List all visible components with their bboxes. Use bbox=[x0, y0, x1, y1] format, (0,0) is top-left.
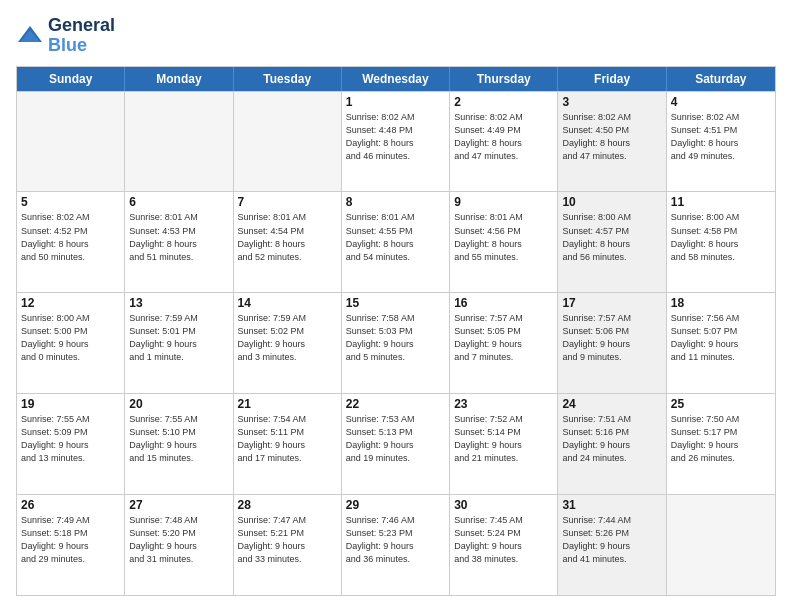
day-info: Sunrise: 8:01 AM Sunset: 4:56 PM Dayligh… bbox=[454, 211, 553, 263]
empty-cell bbox=[234, 92, 342, 192]
day-cell-29: 29Sunrise: 7:46 AM Sunset: 5:23 PM Dayli… bbox=[342, 495, 450, 595]
day-info: Sunrise: 8:02 AM Sunset: 4:48 PM Dayligh… bbox=[346, 111, 445, 163]
day-number: 24 bbox=[562, 397, 661, 411]
day-of-week-tuesday: Tuesday bbox=[234, 67, 342, 91]
day-number: 25 bbox=[671, 397, 771, 411]
empty-cell bbox=[125, 92, 233, 192]
calendar-row-1: 5Sunrise: 8:02 AM Sunset: 4:52 PM Daylig… bbox=[17, 191, 775, 292]
day-cell-17: 17Sunrise: 7:57 AM Sunset: 5:06 PM Dayli… bbox=[558, 293, 666, 393]
day-info: Sunrise: 7:44 AM Sunset: 5:26 PM Dayligh… bbox=[562, 514, 661, 566]
day-info: Sunrise: 8:02 AM Sunset: 4:52 PM Dayligh… bbox=[21, 211, 120, 263]
day-info: Sunrise: 7:49 AM Sunset: 5:18 PM Dayligh… bbox=[21, 514, 120, 566]
calendar-row-3: 19Sunrise: 7:55 AM Sunset: 5:09 PM Dayli… bbox=[17, 393, 775, 494]
empty-cell bbox=[667, 495, 775, 595]
day-number: 7 bbox=[238, 195, 337, 209]
day-info: Sunrise: 7:47 AM Sunset: 5:21 PM Dayligh… bbox=[238, 514, 337, 566]
header: General Blue bbox=[16, 16, 776, 56]
day-cell-19: 19Sunrise: 7:55 AM Sunset: 5:09 PM Dayli… bbox=[17, 394, 125, 494]
day-number: 21 bbox=[238, 397, 337, 411]
day-info: Sunrise: 7:50 AM Sunset: 5:17 PM Dayligh… bbox=[671, 413, 771, 465]
day-cell-27: 27Sunrise: 7:48 AM Sunset: 5:20 PM Dayli… bbox=[125, 495, 233, 595]
day-cell-6: 6Sunrise: 8:01 AM Sunset: 4:53 PM Daylig… bbox=[125, 192, 233, 292]
day-number: 22 bbox=[346, 397, 445, 411]
logo-text: General Blue bbox=[48, 16, 115, 56]
day-number: 10 bbox=[562, 195, 661, 209]
day-number: 6 bbox=[129, 195, 228, 209]
day-info: Sunrise: 7:55 AM Sunset: 5:10 PM Dayligh… bbox=[129, 413, 228, 465]
day-cell-8: 8Sunrise: 8:01 AM Sunset: 4:55 PM Daylig… bbox=[342, 192, 450, 292]
day-number: 18 bbox=[671, 296, 771, 310]
day-info: Sunrise: 8:00 AM Sunset: 5:00 PM Dayligh… bbox=[21, 312, 120, 364]
day-cell-18: 18Sunrise: 7:56 AM Sunset: 5:07 PM Dayli… bbox=[667, 293, 775, 393]
day-number: 11 bbox=[671, 195, 771, 209]
day-cell-2: 2Sunrise: 8:02 AM Sunset: 4:49 PM Daylig… bbox=[450, 92, 558, 192]
day-number: 19 bbox=[21, 397, 120, 411]
day-cell-10: 10Sunrise: 8:00 AM Sunset: 4:57 PM Dayli… bbox=[558, 192, 666, 292]
day-cell-1: 1Sunrise: 8:02 AM Sunset: 4:48 PM Daylig… bbox=[342, 92, 450, 192]
day-number: 2 bbox=[454, 95, 553, 109]
day-number: 12 bbox=[21, 296, 120, 310]
day-cell-20: 20Sunrise: 7:55 AM Sunset: 5:10 PM Dayli… bbox=[125, 394, 233, 494]
day-cell-22: 22Sunrise: 7:53 AM Sunset: 5:13 PM Dayli… bbox=[342, 394, 450, 494]
logo: General Blue bbox=[16, 16, 115, 56]
day-of-week-monday: Monday bbox=[125, 67, 233, 91]
page: General Blue SundayMondayTuesdayWednesda… bbox=[0, 0, 792, 612]
day-number: 1 bbox=[346, 95, 445, 109]
day-info: Sunrise: 7:53 AM Sunset: 5:13 PM Dayligh… bbox=[346, 413, 445, 465]
day-info: Sunrise: 8:01 AM Sunset: 4:55 PM Dayligh… bbox=[346, 211, 445, 263]
logo-icon bbox=[16, 22, 44, 50]
day-cell-7: 7Sunrise: 8:01 AM Sunset: 4:54 PM Daylig… bbox=[234, 192, 342, 292]
calendar-row-2: 12Sunrise: 8:00 AM Sunset: 5:00 PM Dayli… bbox=[17, 292, 775, 393]
day-number: 28 bbox=[238, 498, 337, 512]
day-number: 14 bbox=[238, 296, 337, 310]
day-info: Sunrise: 8:02 AM Sunset: 4:51 PM Dayligh… bbox=[671, 111, 771, 163]
day-number: 17 bbox=[562, 296, 661, 310]
day-number: 31 bbox=[562, 498, 661, 512]
day-info: Sunrise: 7:45 AM Sunset: 5:24 PM Dayligh… bbox=[454, 514, 553, 566]
day-number: 27 bbox=[129, 498, 228, 512]
day-number: 8 bbox=[346, 195, 445, 209]
calendar-body: 1Sunrise: 8:02 AM Sunset: 4:48 PM Daylig… bbox=[17, 91, 775, 595]
day-info: Sunrise: 8:00 AM Sunset: 4:57 PM Dayligh… bbox=[562, 211, 661, 263]
calendar-row-0: 1Sunrise: 8:02 AM Sunset: 4:48 PM Daylig… bbox=[17, 91, 775, 192]
day-cell-28: 28Sunrise: 7:47 AM Sunset: 5:21 PM Dayli… bbox=[234, 495, 342, 595]
day-number: 4 bbox=[671, 95, 771, 109]
day-number: 30 bbox=[454, 498, 553, 512]
day-number: 13 bbox=[129, 296, 228, 310]
day-cell-9: 9Sunrise: 8:01 AM Sunset: 4:56 PM Daylig… bbox=[450, 192, 558, 292]
day-info: Sunrise: 7:58 AM Sunset: 5:03 PM Dayligh… bbox=[346, 312, 445, 364]
day-cell-31: 31Sunrise: 7:44 AM Sunset: 5:26 PM Dayli… bbox=[558, 495, 666, 595]
day-cell-16: 16Sunrise: 7:57 AM Sunset: 5:05 PM Dayli… bbox=[450, 293, 558, 393]
day-number: 23 bbox=[454, 397, 553, 411]
day-number: 29 bbox=[346, 498, 445, 512]
day-info: Sunrise: 7:54 AM Sunset: 5:11 PM Dayligh… bbox=[238, 413, 337, 465]
calendar-header: SundayMondayTuesdayWednesdayThursdayFrid… bbox=[17, 67, 775, 91]
day-cell-26: 26Sunrise: 7:49 AM Sunset: 5:18 PM Dayli… bbox=[17, 495, 125, 595]
day-info: Sunrise: 7:46 AM Sunset: 5:23 PM Dayligh… bbox=[346, 514, 445, 566]
day-cell-11: 11Sunrise: 8:00 AM Sunset: 4:58 PM Dayli… bbox=[667, 192, 775, 292]
day-info: Sunrise: 8:01 AM Sunset: 4:53 PM Dayligh… bbox=[129, 211, 228, 263]
day-info: Sunrise: 8:02 AM Sunset: 4:50 PM Dayligh… bbox=[562, 111, 661, 163]
day-number: 15 bbox=[346, 296, 445, 310]
day-cell-4: 4Sunrise: 8:02 AM Sunset: 4:51 PM Daylig… bbox=[667, 92, 775, 192]
day-of-week-thursday: Thursday bbox=[450, 67, 558, 91]
day-info: Sunrise: 7:59 AM Sunset: 5:02 PM Dayligh… bbox=[238, 312, 337, 364]
day-info: Sunrise: 7:57 AM Sunset: 5:06 PM Dayligh… bbox=[562, 312, 661, 364]
day-info: Sunrise: 7:59 AM Sunset: 5:01 PM Dayligh… bbox=[129, 312, 228, 364]
day-cell-23: 23Sunrise: 7:52 AM Sunset: 5:14 PM Dayli… bbox=[450, 394, 558, 494]
day-cell-14: 14Sunrise: 7:59 AM Sunset: 5:02 PM Dayli… bbox=[234, 293, 342, 393]
day-cell-24: 24Sunrise: 7:51 AM Sunset: 5:16 PM Dayli… bbox=[558, 394, 666, 494]
day-number: 3 bbox=[562, 95, 661, 109]
day-number: 9 bbox=[454, 195, 553, 209]
day-number: 5 bbox=[21, 195, 120, 209]
day-cell-12: 12Sunrise: 8:00 AM Sunset: 5:00 PM Dayli… bbox=[17, 293, 125, 393]
day-info: Sunrise: 8:00 AM Sunset: 4:58 PM Dayligh… bbox=[671, 211, 771, 263]
day-number: 26 bbox=[21, 498, 120, 512]
day-cell-15: 15Sunrise: 7:58 AM Sunset: 5:03 PM Dayli… bbox=[342, 293, 450, 393]
day-cell-21: 21Sunrise: 7:54 AM Sunset: 5:11 PM Dayli… bbox=[234, 394, 342, 494]
day-info: Sunrise: 7:51 AM Sunset: 5:16 PM Dayligh… bbox=[562, 413, 661, 465]
day-cell-25: 25Sunrise: 7:50 AM Sunset: 5:17 PM Dayli… bbox=[667, 394, 775, 494]
calendar-row-4: 26Sunrise: 7:49 AM Sunset: 5:18 PM Dayli… bbox=[17, 494, 775, 595]
empty-cell bbox=[17, 92, 125, 192]
day-of-week-friday: Friday bbox=[558, 67, 666, 91]
